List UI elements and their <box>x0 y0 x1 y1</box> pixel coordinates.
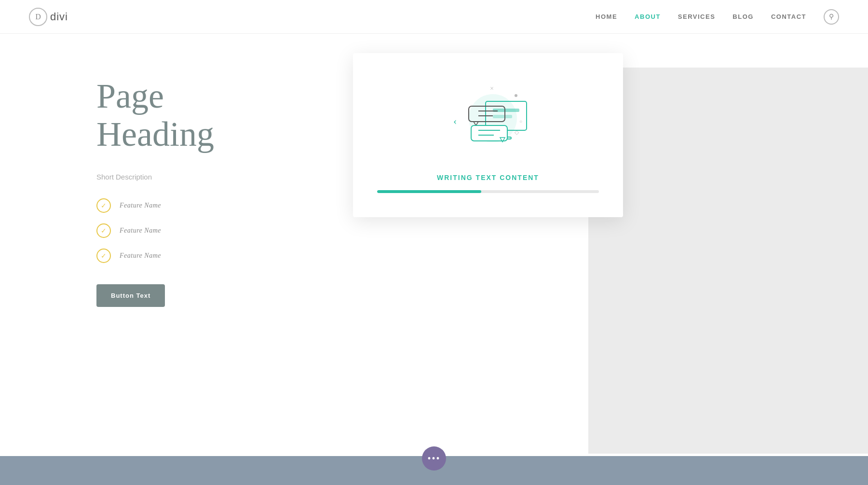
logo-text: divi <box>50 11 68 23</box>
nav-services[interactable]: SERVICES <box>678 13 716 20</box>
illustration: × ○ ◇ ‹ <box>440 82 536 159</box>
search-button[interactable]: ⚲ <box>824 9 839 25</box>
svg-rect-15 <box>471 125 507 141</box>
svg-point-1 <box>515 94 517 97</box>
logo-letter: D <box>35 13 41 21</box>
main-section: Page Heading Short Description ✓ Feature… <box>0 34 868 485</box>
nav-about[interactable]: ABOUT <box>635 13 661 20</box>
check-icon-2: ✓ <box>96 223 111 238</box>
svg-text:×: × <box>490 85 494 92</box>
feature-name-1: Feature Name <box>120 202 161 209</box>
check-icon-3: ✓ <box>96 249 111 263</box>
svg-text:○: ○ <box>519 119 522 124</box>
svg-text:‹: ‹ <box>453 115 457 127</box>
feature-name-2: Feature Name <box>120 227 161 235</box>
list-item: ✓ Feature Name <box>96 223 868 238</box>
nav-links: HOME ABOUT SERVICES BLOG CONTACT ⚲ <box>596 9 839 25</box>
nav-home[interactable]: HOME <box>596 13 617 20</box>
card-overlay: × ○ ◇ ‹ <box>353 53 623 217</box>
navbar: D divi HOME ABOUT SERVICES BLOG CONTACT … <box>0 0 868 34</box>
logo[interactable]: D divi <box>29 8 68 26</box>
list-item: ✓ Feature Name <box>96 249 868 263</box>
dots-button[interactable]: ••• <box>422 446 446 471</box>
progress-bar-fill <box>377 190 481 193</box>
cta-button[interactable]: Button Text <box>96 284 165 307</box>
check-icon-1: ✓ <box>96 198 111 213</box>
heading-line2: Heading <box>96 115 214 153</box>
svg-rect-8 <box>493 115 512 118</box>
search-icon: ⚲ <box>829 13 834 21</box>
logo-circle: D <box>29 8 47 26</box>
progress-bar <box>377 190 599 193</box>
heading-line1: Page <box>96 77 164 115</box>
nav-contact[interactable]: CONTACT <box>771 13 806 20</box>
card-title: WRITING TEXT CONTENT <box>437 174 539 181</box>
nav-blog[interactable]: BLOG <box>732 13 754 20</box>
feature-name-3: Feature Name <box>120 252 161 260</box>
